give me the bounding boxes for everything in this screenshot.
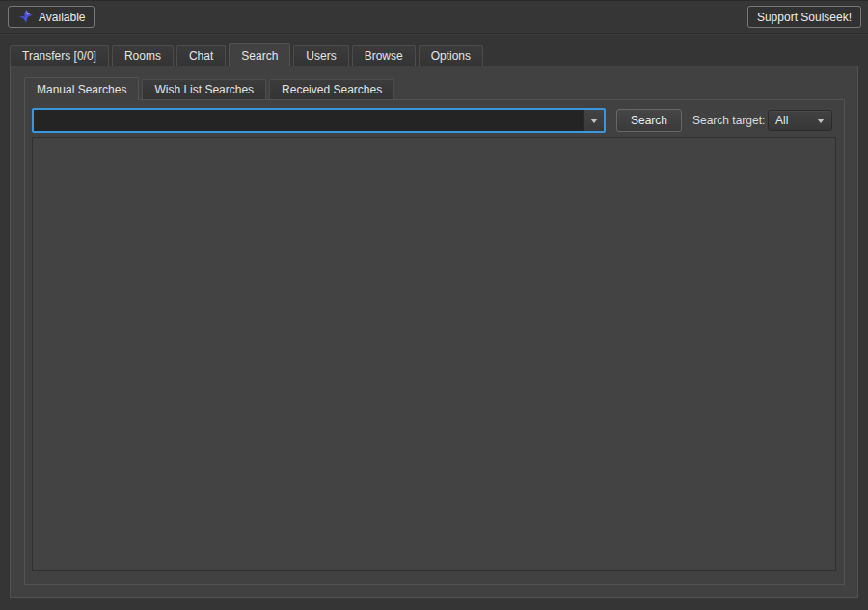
search-target-select[interactable]: All xyxy=(768,110,832,131)
support-soulseek-button[interactable]: Support Soulseek! xyxy=(747,6,861,28)
tab-users-label: Users xyxy=(306,49,336,63)
search-history-dropdown-button[interactable] xyxy=(583,110,604,131)
support-button-label: Support Soulseek! xyxy=(757,11,852,24)
search-input-combobox xyxy=(32,108,606,133)
tab-manual-searches-label: Manual Searches xyxy=(37,83,126,96)
tab-wish-list-searches-label: Wish List Searches xyxy=(154,83,254,96)
search-button[interactable]: Search xyxy=(616,109,682,132)
main-tab-bar: Transfers [0/0] Rooms Chat Search Users … xyxy=(10,43,486,66)
tab-transfers[interactable]: Transfers [0/0] xyxy=(10,45,109,66)
tab-wish-list-searches[interactable]: Wish List Searches xyxy=(142,79,266,99)
tab-options-label: Options xyxy=(431,49,471,63)
tab-users[interactable]: Users xyxy=(293,45,348,66)
tab-transfers-label: Transfers [0/0] xyxy=(22,49,96,63)
tab-rooms-label: Rooms xyxy=(124,49,161,63)
chevron-down-icon xyxy=(590,119,598,123)
soulseek-window: { "toolbar": { "status_label": "Availabl… xyxy=(0,0,868,610)
tab-search-label: Search xyxy=(241,49,278,63)
tab-browse[interactable]: Browse xyxy=(352,45,416,66)
status-button[interactable]: Available xyxy=(8,6,95,28)
status-button-label: Available xyxy=(39,11,85,24)
tab-received-searches[interactable]: Received Searches xyxy=(269,79,394,99)
tab-browse-label: Browse xyxy=(365,49,403,63)
tab-rooms[interactable]: Rooms xyxy=(112,45,174,66)
chevron-down-icon xyxy=(817,119,825,123)
tab-manual-searches[interactable]: Manual Searches xyxy=(24,77,139,100)
search-target-label: Search target: xyxy=(692,109,765,132)
search-input[interactable] xyxy=(34,110,583,131)
soulseek-bird-icon xyxy=(17,9,34,25)
tab-received-searches-label: Received Searches xyxy=(282,83,382,96)
toolbar: Available Support Soulseek! xyxy=(0,1,868,34)
tab-chat[interactable]: Chat xyxy=(176,45,226,66)
tab-search[interactable]: Search xyxy=(229,43,290,66)
search-results-list xyxy=(32,137,836,571)
search-sub-tab-bar: Manual Searches Wish List Searches Recei… xyxy=(24,77,397,100)
tab-options[interactable]: Options xyxy=(419,45,483,66)
search-target-value: All xyxy=(775,114,788,127)
tab-chat-label: Chat xyxy=(189,49,213,63)
